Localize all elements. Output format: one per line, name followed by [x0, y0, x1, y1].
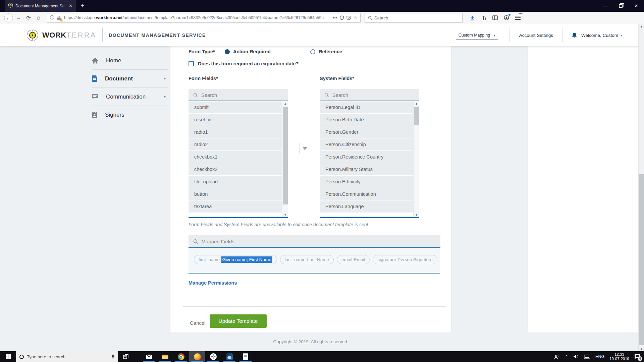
- form-field-item[interactable]: checkbox2: [189, 163, 282, 176]
- radio-reference[interactable]: [310, 49, 315, 54]
- update-template-button[interactable]: Update Template: [210, 314, 267, 328]
- cancel-button[interactable]: Cancel: [190, 316, 206, 330]
- system-fields-search[interactable]: [320, 89, 419, 101]
- action-center-icon[interactable]: 4: [634, 354, 640, 359]
- system-field-item[interactable]: Person.Legal ID: [320, 101, 413, 114]
- volume-icon[interactable]: [573, 354, 579, 359]
- form-field-item[interactable]: checkbox1: [189, 151, 282, 163]
- form-field-item[interactable]: submit: [189, 101, 282, 114]
- scroll-up-icon[interactable]: ▲: [639, 24, 644, 29]
- notifications-bell-icon[interactable]: [572, 32, 577, 38]
- scroll-down-icon[interactable]: ▼: [639, 347, 644, 351]
- form-fields-search[interactable]: [189, 89, 288, 101]
- manage-permissions-link[interactable]: Manage Permissions: [189, 280, 237, 286]
- mapped-chip[interactable]: email-Email: [337, 255, 370, 264]
- scroll-up-icon[interactable]: ▲: [414, 101, 419, 106]
- url-text[interactable]: https://dmsstage.workterra.net/admin/doc…: [64, 15, 330, 20]
- scrollbar-thumb[interactable]: [414, 107, 419, 125]
- taskbar-clock[interactable]: 12:33 10-07-2019: [609, 352, 629, 361]
- window-restore-button[interactable]: [613, 0, 629, 12]
- menu-hamburger-icon[interactable]: ↑: [513, 13, 523, 22]
- welcome-menu[interactable]: Welcome, Custom: [581, 33, 618, 38]
- forward-button[interactable]: →: [13, 13, 23, 22]
- system-field-item[interactable]: Person.Residence Country: [320, 151, 413, 163]
- people-icon[interactable]: [554, 354, 560, 359]
- taskbar-slack-icon[interactable]: [205, 351, 221, 362]
- chevron-down-icon[interactable]: ▾: [164, 95, 166, 99]
- system-field-item[interactable]: Person.Birth Date: [320, 114, 413, 126]
- taskbar-notepad-icon[interactable]: [237, 351, 254, 362]
- expiration-checkbox[interactable]: [189, 61, 194, 66]
- pocket-icon[interactable]: [346, 16, 351, 20]
- window-minimize-button[interactable]: —: [598, 0, 613, 12]
- sidebar-item-document[interactable]: Document ▾: [92, 70, 168, 88]
- tab-close-icon[interactable]: ✕: [68, 3, 73, 8]
- form-field-item[interactable]: radio2: [189, 138, 282, 151]
- tray-expand-icon[interactable]: ⌃: [565, 354, 568, 359]
- scrollbar-thumb[interactable]: [283, 107, 288, 204]
- insecure-lock-icon[interactable]: [57, 15, 62, 20]
- form-field-item[interactable]: reset_id: [189, 114, 282, 126]
- sidebar-item-communication[interactable]: Communication ▾: [92, 88, 168, 106]
- browser-tab[interactable]: Document Management Servic ✕: [5, 0, 76, 12]
- form-field-item[interactable]: file_upload: [189, 176, 282, 188]
- form-fields-scrollbar[interactable]: ▲ ▼: [282, 101, 288, 217]
- account-icon[interactable]: [501, 13, 512, 22]
- browser-search-box[interactable]: [365, 13, 463, 23]
- downloads-icon[interactable]: [467, 13, 477, 22]
- map-fields-button[interactable]: [300, 143, 310, 154]
- system-field-item[interactable]: Person.Language: [320, 200, 413, 213]
- new-tab-button[interactable]: +: [76, 0, 89, 12]
- window-close-button[interactable]: ✕: [629, 0, 644, 12]
- taskbar-search-input[interactable]: [27, 354, 108, 359]
- system-field-item[interactable]: Person.Military Status: [320, 163, 413, 176]
- form-field-item[interactable]: button: [189, 188, 282, 200]
- back-button[interactable]: ←: [3, 13, 13, 22]
- scroll-down-icon[interactable]: ▼: [282, 213, 288, 217]
- taskbar-chrome-icon[interactable]: [173, 351, 189, 362]
- home-button[interactable]: ⌂: [34, 13, 44, 22]
- mapped-chip[interactable]: first_name-Given name, First Name: [194, 255, 277, 264]
- start-button[interactable]: [0, 351, 16, 362]
- form-field-item[interactable]: radio1: [189, 126, 282, 138]
- scroll-up-icon[interactable]: ▲: [282, 101, 288, 106]
- language-indicator[interactable]: ENG: [595, 354, 604, 359]
- radio-action-required[interactable]: [225, 49, 230, 54]
- taskbar-file-explorer-icon[interactable]: [157, 351, 173, 362]
- page-actions-icon[interactable]: •••: [333, 15, 337, 20]
- account-settings-link[interactable]: Account Settings: [510, 33, 562, 38]
- custom-mapping-select[interactable]: Custom Mapping▾: [456, 31, 498, 40]
- system-field-item[interactable]: Person.Citizenship: [320, 138, 413, 151]
- mapped-chip[interactable]: signature-Person.Signature: [373, 255, 437, 264]
- scroll-down-icon[interactable]: ▼: [414, 213, 419, 217]
- bookmark-star-icon[interactable]: ☆: [354, 15, 358, 20]
- window-scrollbar[interactable]: ▲ ▼: [638, 24, 644, 351]
- system-field-item[interactable]: Person.Communication: [320, 188, 413, 200]
- browser-search-input[interactable]: [374, 15, 459, 20]
- url-bar[interactable]: ⓘ https://dmsstage.workterra.net/admin/d…: [47, 13, 361, 23]
- system-field-item[interactable]: Person.Ethnicity: [320, 176, 413, 188]
- workterra-logo[interactable]: WORKTERRA: [26, 29, 96, 42]
- system-fields-search-input[interactable]: [332, 92, 414, 98]
- form-fields-search-input[interactable]: [201, 92, 283, 98]
- system-field-item[interactable]: Person.Gender: [320, 126, 413, 138]
- taskbar-firefox-icon[interactable]: [189, 351, 205, 362]
- mapped-chip[interactable]: last_name-Last Name: [280, 255, 334, 264]
- sidebar-item-home[interactable]: Home: [92, 52, 168, 70]
- taskbar-mail-icon[interactable]: [141, 351, 157, 362]
- microphone-icon[interactable]: [111, 354, 115, 360]
- reload-button[interactable]: ⟳: [23, 13, 34, 22]
- scrollbar-thumb[interactable]: [639, 174, 644, 345]
- tracking-shield-icon[interactable]: [339, 15, 344, 20]
- mapped-fields-search[interactable]: [189, 235, 440, 248]
- system-fields-scrollbar[interactable]: ▲ ▼: [413, 101, 419, 217]
- form-field-item[interactable]: textarea: [189, 200, 282, 213]
- touch-keyboard-icon[interactable]: [584, 355, 590, 359]
- sidebar-toggle-icon[interactable]: [490, 13, 500, 22]
- task-view-icon[interactable]: [118, 351, 133, 362]
- sidebar-item-signers[interactable]: Signers: [92, 106, 168, 124]
- page-info-icon[interactable]: ⓘ: [50, 15, 54, 21]
- chevron-down-icon[interactable]: ▾: [164, 76, 166, 81]
- taskbar-pgadmin-icon[interactable]: [221, 351, 237, 362]
- mapped-fields-search-input[interactable]: [201, 239, 436, 244]
